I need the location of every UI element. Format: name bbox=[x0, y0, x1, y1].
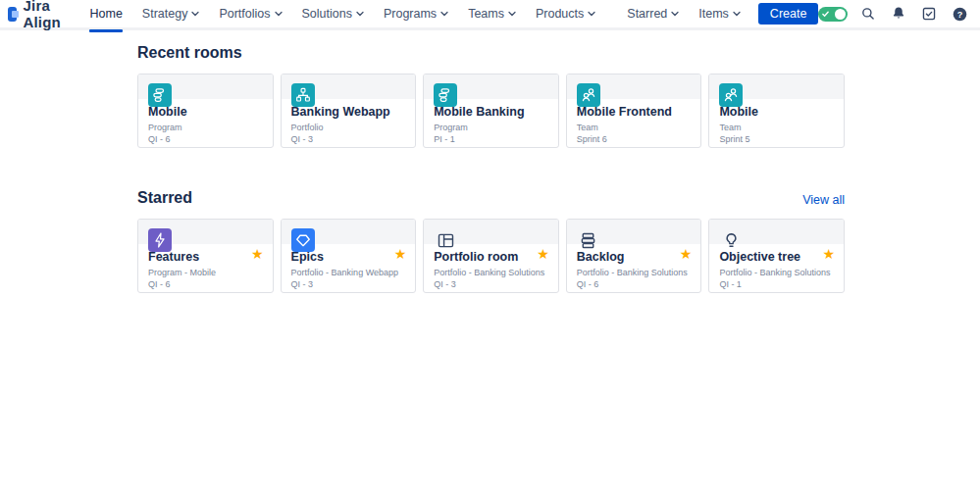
chevron-down-icon bbox=[275, 10, 283, 18]
starred-card-epics[interactable]: Epics ★ Portfolio - Banking Webapp QI - … bbox=[281, 219, 417, 293]
tasks-checkbox-icon[interactable] bbox=[919, 4, 939, 24]
features-lightning-icon bbox=[148, 228, 172, 252]
chevron-down-icon bbox=[356, 10, 364, 18]
card-meta: PI - 1 bbox=[434, 134, 455, 144]
card-subtitle: Portfolio - Banking Solutions bbox=[719, 268, 840, 277]
card-meta: QI - 3 bbox=[291, 279, 314, 289]
section-title-starred: Starred bbox=[137, 189, 192, 207]
star-icon[interactable]: ★ bbox=[394, 247, 407, 261]
nav-item-label: Products bbox=[536, 7, 584, 21]
room-card-mobile-banking[interactable]: Mobile Banking Program PI - 1 bbox=[423, 74, 559, 148]
nav-item-label: Items bbox=[698, 7, 729, 21]
card-title: Backlog bbox=[577, 250, 678, 264]
card-title: Banking Webapp bbox=[291, 105, 392, 119]
team-people-icon bbox=[719, 83, 743, 107]
epics-diamond-icon bbox=[291, 228, 315, 252]
chevron-down-icon bbox=[671, 10, 679, 18]
star-icon[interactable]: ★ bbox=[251, 247, 264, 261]
create-button[interactable]: Create bbox=[758, 3, 819, 25]
backlog-icon bbox=[577, 228, 600, 252]
program-room-icon bbox=[148, 83, 172, 107]
card-subtitle: Team bbox=[577, 123, 697, 132]
card-meta: QI - 6 bbox=[148, 134, 171, 144]
nav-item-label: Starred bbox=[627, 7, 667, 21]
nav-item-label: Teams bbox=[468, 7, 504, 21]
nav-item-teams[interactable]: Teams bbox=[458, 0, 526, 29]
nav-item-label: Solutions bbox=[302, 7, 352, 21]
chevron-down-icon bbox=[588, 10, 595, 18]
notifications-bell-icon[interactable] bbox=[889, 4, 908, 24]
card-meta: QI - 6 bbox=[148, 279, 171, 289]
card-subtitle: Portfolio - Banking Solutions bbox=[577, 268, 697, 277]
starred-card-portfolio-room[interactable]: Portfolio room ★ Portfolio - Banking Sol… bbox=[423, 219, 559, 293]
recent-rooms-header: Recent rooms bbox=[137, 44, 845, 62]
room-card-mobile-program[interactable]: Mobile Program QI - 6 bbox=[137, 74, 274, 148]
starred-card-row: Features ★ Program - Mobile QI - 6 Epics… bbox=[137, 219, 845, 293]
card-title: Objective tree bbox=[719, 250, 820, 264]
card-title: Features bbox=[148, 250, 249, 264]
brand-name: Jira Align bbox=[23, 0, 66, 30]
card-subtitle: Program bbox=[434, 123, 554, 132]
team-people-icon bbox=[577, 83, 600, 107]
starred-header: Starred View all bbox=[137, 189, 845, 207]
card-subtitle: Program bbox=[148, 123, 269, 132]
card-title: Mobile bbox=[148, 105, 249, 119]
card-meta: QI - 3 bbox=[291, 134, 314, 144]
nav-item-home[interactable]: Home bbox=[79, 0, 131, 29]
jira-align-logo-icon bbox=[8, 7, 17, 22]
chevron-down-icon bbox=[440, 10, 448, 18]
room-card-mobile-frontend[interactable]: Mobile Frontend Team Sprint 6 bbox=[566, 74, 702, 148]
nav-item-portfolios[interactable]: Portfolios bbox=[209, 0, 291, 29]
recent-rooms-card-row: Mobile Program QI - 6 Banking Webapp Por… bbox=[137, 74, 845, 148]
star-icon[interactable]: ★ bbox=[680, 247, 693, 261]
card-meta: QI - 6 bbox=[577, 279, 599, 289]
nav-item-solutions[interactable]: Solutions bbox=[292, 0, 374, 29]
svg-text:?: ? bbox=[957, 9, 963, 19]
room-card-banking-webapp[interactable]: Banking Webapp Portfolio QI - 3 bbox=[281, 74, 417, 148]
nav-item-label: Programs bbox=[384, 7, 437, 21]
nav-item-items[interactable]: Items bbox=[689, 0, 750, 29]
chevron-down-icon bbox=[191, 10, 199, 18]
starred-card-objective-tree[interactable]: Objective tree ★ Portfolio - Banking Sol… bbox=[708, 219, 845, 293]
nav-item-label: Portfolios bbox=[219, 7, 270, 21]
search-icon[interactable] bbox=[858, 4, 878, 24]
card-subtitle: Portfolio bbox=[291, 123, 412, 132]
objective-tree-bulb-icon bbox=[719, 228, 743, 252]
star-icon[interactable]: ★ bbox=[822, 247, 835, 261]
card-subtitle: Program - Mobile bbox=[148, 268, 269, 277]
help-icon[interactable]: ? bbox=[950, 4, 969, 24]
card-title: Mobile Banking bbox=[434, 105, 535, 119]
starred-card-features[interactable]: Features ★ Program - Mobile QI - 6 bbox=[137, 219, 274, 293]
nav-item-strategy[interactable]: Strategy bbox=[132, 0, 210, 29]
card-title: Mobile Frontend bbox=[577, 105, 678, 119]
card-meta: QI - 3 bbox=[434, 279, 456, 289]
nav-item-products[interactable]: Products bbox=[526, 0, 605, 29]
main-content: Recent rooms Mobile Program QI - 6 Banki… bbox=[0, 30, 980, 293]
card-meta: Sprint 6 bbox=[577, 134, 607, 144]
section-title-recent-rooms: Recent rooms bbox=[137, 44, 242, 62]
card-title: Mobile bbox=[719, 105, 820, 119]
card-title: Portfolio room bbox=[434, 250, 535, 264]
card-meta: QI - 1 bbox=[719, 279, 742, 289]
nav-item-label: Strategy bbox=[142, 7, 188, 21]
chevron-down-icon bbox=[733, 10, 741, 18]
starred-card-backlog[interactable]: Backlog ★ Portfolio - Banking Solutions … bbox=[566, 219, 702, 293]
star-icon[interactable]: ★ bbox=[537, 247, 549, 261]
portfolio-room-icon bbox=[434, 228, 457, 252]
chevron-down-icon bbox=[508, 10, 516, 18]
feature-toggle-on[interactable] bbox=[818, 7, 848, 22]
check-icon bbox=[822, 11, 829, 18]
nav-item-starred[interactable]: Starred bbox=[617, 0, 689, 29]
nav-item-label: Home bbox=[89, 7, 122, 21]
portfolio-hierarchy-icon bbox=[291, 83, 315, 107]
room-card-mobile-team[interactable]: Mobile Team Sprint 5 bbox=[708, 74, 845, 148]
program-room-icon bbox=[434, 83, 457, 107]
top-navigation-bar: Jira Align Home Strategy Portfolios Solu… bbox=[0, 0, 980, 30]
card-meta: Sprint 5 bbox=[719, 134, 749, 144]
jira-align-logo[interactable]: Jira Align bbox=[8, 0, 66, 30]
nav-item-programs[interactable]: Programs bbox=[374, 0, 458, 29]
card-subtitle: Team bbox=[719, 123, 840, 132]
nav-utility-group: ? ⚙ bbox=[818, 4, 980, 25]
card-subtitle: Portfolio - Banking Solutions bbox=[434, 268, 554, 277]
view-all-link[interactable]: View all bbox=[802, 193, 845, 207]
